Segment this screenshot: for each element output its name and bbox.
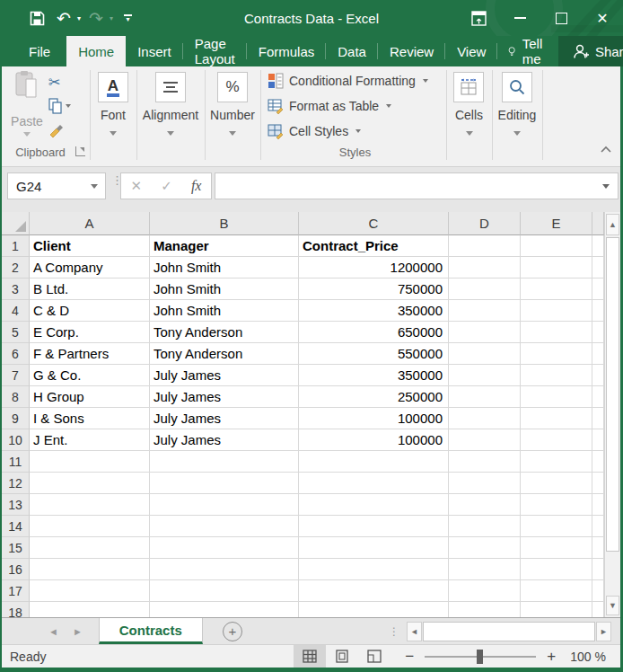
row-header-13[interactable]: 13 bbox=[2, 494, 30, 516]
cell-C6[interactable]: 550000 bbox=[299, 343, 449, 365]
cell-C14[interactable] bbox=[299, 516, 449, 537]
cell-C17[interactable] bbox=[299, 580, 449, 602]
row-header-4[interactable]: 4 bbox=[2, 300, 30, 322]
cell-D2[interactable] bbox=[449, 257, 521, 279]
row-header-8[interactable]: 8 bbox=[2, 386, 30, 408]
cell-A14[interactable] bbox=[30, 516, 150, 537]
formula-input[interactable] bbox=[215, 172, 619, 199]
new-sheet-icon[interactable]: + bbox=[223, 622, 242, 641]
cell-D12[interactable] bbox=[449, 473, 521, 494]
paste-button[interactable]: Paste bbox=[7, 70, 47, 137]
tab-data[interactable]: Data bbox=[326, 36, 378, 66]
zoom-level[interactable]: 100 % bbox=[570, 650, 606, 664]
ribbon-display-options-icon[interactable] bbox=[458, 0, 499, 36]
scroll-left-icon[interactable]: ◄ bbox=[407, 622, 422, 641]
row-header-2[interactable]: 2 bbox=[2, 257, 30, 279]
cell-D17[interactable] bbox=[449, 580, 521, 602]
cell-E7[interactable] bbox=[521, 365, 592, 386]
tab-home[interactable]: Home bbox=[66, 36, 126, 66]
scroll-right-icon[interactable]: ► bbox=[596, 622, 611, 641]
row-header-7[interactable]: 7 bbox=[2, 365, 30, 386]
row-header-17[interactable]: 17 bbox=[2, 580, 30, 602]
cell-B16[interactable] bbox=[150, 559, 299, 580]
row-header-3[interactable]: 3 bbox=[2, 279, 30, 300]
page-layout-view-icon[interactable] bbox=[326, 645, 358, 668]
cell-B13[interactable] bbox=[150, 494, 299, 516]
cell-E15[interactable] bbox=[521, 537, 592, 559]
row-header-15[interactable]: 15 bbox=[2, 537, 30, 559]
row-header-1[interactable]: 1 bbox=[2, 235, 30, 257]
tab-file[interactable]: File bbox=[13, 36, 66, 66]
customize-qat-icon[interactable]: ▾ bbox=[124, 14, 132, 22]
cell-A9[interactable]: I & Sons bbox=[30, 408, 150, 429]
cell-B8[interactable]: July James bbox=[150, 386, 299, 408]
vertical-scrollbar[interactable]: ▲ ▼ bbox=[604, 212, 620, 617]
number-group[interactable]: % Number bbox=[205, 66, 260, 162]
cell-B9[interactable]: July James bbox=[150, 408, 299, 429]
cell-C7[interactable]: 350000 bbox=[299, 365, 449, 386]
cell-C10[interactable]: 100000 bbox=[299, 429, 449, 451]
cell-A13[interactable] bbox=[30, 494, 150, 516]
cell-E11[interactable] bbox=[521, 451, 592, 473]
scroll-down-icon[interactable]: ▼ bbox=[606, 596, 619, 615]
cell-E1[interactable] bbox=[521, 235, 592, 257]
horizontal-scrollbar-thumb[interactable] bbox=[423, 622, 595, 641]
cell-A15[interactable] bbox=[30, 537, 150, 559]
cell-A11[interactable] bbox=[30, 451, 150, 473]
cell-E17[interactable] bbox=[521, 580, 592, 602]
row-header-9[interactable]: 9 bbox=[2, 408, 30, 429]
cell-A10[interactable]: J Ent. bbox=[30, 429, 150, 451]
sheet-tab-contracts[interactable]: Contracts bbox=[99, 618, 203, 644]
tell-me-button[interactable]: Tell me bbox=[497, 36, 558, 66]
tabbar-drag-handle[interactable]: ⋮ bbox=[389, 629, 399, 634]
cell-C13[interactable] bbox=[299, 494, 449, 516]
row-header-6[interactable]: 6 bbox=[2, 343, 30, 365]
cell-D1[interactable] bbox=[449, 235, 521, 257]
cancel-icon[interactable]: ✕ bbox=[131, 178, 143, 194]
select-all-corner[interactable] bbox=[2, 212, 30, 235]
cell-B7[interactable]: July James bbox=[150, 365, 299, 386]
row-header-11[interactable]: 11 bbox=[2, 451, 30, 473]
cell-C11[interactable] bbox=[299, 451, 449, 473]
cut-button[interactable]: ✂ bbox=[48, 74, 71, 90]
cell-C3[interactable]: 750000 bbox=[299, 279, 449, 300]
cell-B6[interactable]: Tony Anderson bbox=[150, 343, 299, 365]
cell-E3[interactable] bbox=[521, 279, 592, 300]
name-box[interactable]: G24 bbox=[7, 172, 106, 199]
minimize-button[interactable] bbox=[499, 0, 540, 36]
cell-D11[interactable] bbox=[449, 451, 521, 473]
save-icon[interactable] bbox=[25, 6, 48, 30]
normal-view-icon[interactable] bbox=[294, 645, 326, 668]
tab-formulas[interactable]: Formulas bbox=[247, 36, 327, 66]
cell-E8[interactable] bbox=[521, 386, 592, 408]
cell-D5[interactable] bbox=[449, 322, 521, 343]
scroll-up-icon[interactable]: ▲ bbox=[606, 214, 619, 235]
cell-A16[interactable] bbox=[30, 559, 150, 580]
share-button[interactable]: Share bbox=[558, 36, 623, 66]
cell-B15[interactable] bbox=[150, 537, 299, 559]
collapse-ribbon-icon[interactable] bbox=[601, 146, 611, 153]
cell-A17[interactable] bbox=[30, 580, 150, 602]
cell-E16[interactable] bbox=[521, 559, 592, 580]
cell-E10[interactable] bbox=[521, 429, 592, 451]
cell-C18[interactable] bbox=[299, 602, 449, 617]
cell-C2[interactable]: 1200000 bbox=[299, 257, 449, 279]
cell-B12[interactable] bbox=[150, 473, 299, 494]
cell-B14[interactable] bbox=[150, 516, 299, 537]
cell-A7[interactable]: G & Co. bbox=[30, 365, 150, 386]
cell-A12[interactable] bbox=[30, 473, 150, 494]
cell-B11[interactable] bbox=[150, 451, 299, 473]
cell-B17[interactable] bbox=[150, 580, 299, 602]
row-header-5[interactable]: 5 bbox=[2, 322, 30, 343]
cell-C15[interactable] bbox=[299, 537, 449, 559]
conditional-formatting-button[interactable]: Conditional Formatting bbox=[268, 72, 428, 90]
cell-A6[interactable]: F & Partners bbox=[30, 343, 150, 365]
cells-group[interactable]: Cells bbox=[446, 66, 492, 162]
cell-A3[interactable]: B Ltd. bbox=[30, 279, 150, 300]
row-header-14[interactable]: 14 bbox=[2, 516, 30, 537]
cell-C5[interactable]: 650000 bbox=[299, 322, 449, 343]
column-header-A[interactable]: A bbox=[30, 212, 150, 235]
column-header-B[interactable]: B bbox=[150, 212, 299, 235]
cell-C12[interactable] bbox=[299, 473, 449, 494]
zoom-out-icon[interactable]: − bbox=[403, 648, 416, 666]
